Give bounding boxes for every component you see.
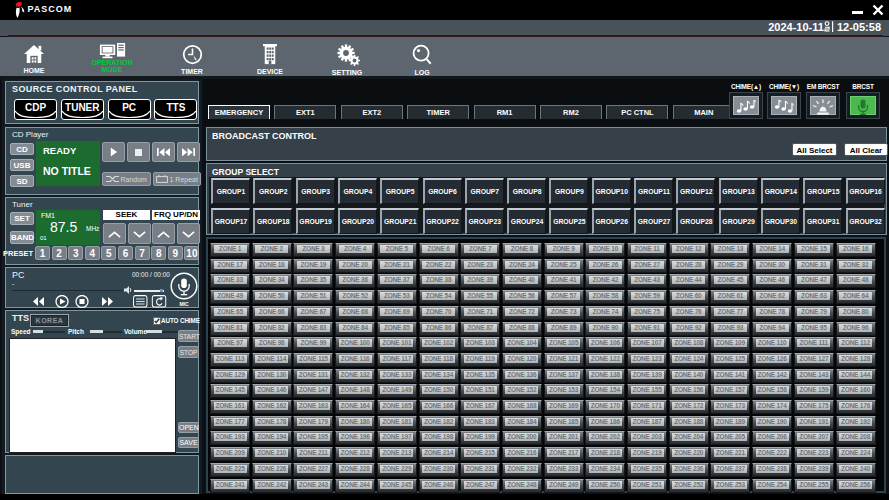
svg-text:MIC: MIC <box>179 301 189 307</box>
svg-text:PASCOM: PASCOM <box>28 4 73 14</box>
